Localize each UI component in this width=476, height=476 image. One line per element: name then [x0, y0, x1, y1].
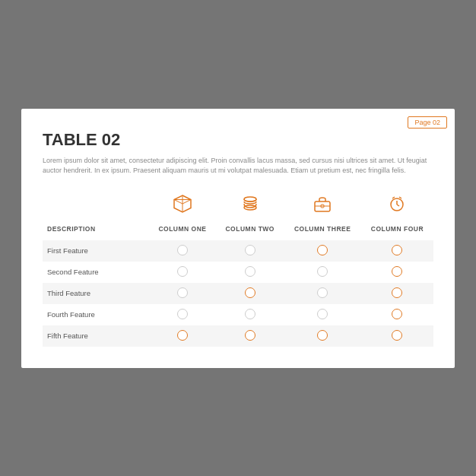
svg-line-12 — [397, 205, 399, 206]
radio-cell[interactable] — [149, 304, 216, 325]
col3-icon-cell — [284, 190, 361, 222]
col2-icon-cell — [216, 190, 284, 222]
table-row: Second Feature — [43, 262, 433, 283]
radio-cell[interactable] — [361, 240, 433, 262]
radio-cell[interactable] — [216, 262, 284, 283]
clock-icon — [386, 193, 408, 214]
header-col1: COLUMN ONE — [149, 222, 216, 240]
table-row: Fifth Feature — [43, 325, 433, 347]
radio-cell[interactable] — [149, 262, 216, 283]
svg-line-4 — [174, 199, 182, 204]
radio-cell[interactable] — [361, 325, 433, 347]
radio-cell[interactable] — [216, 325, 284, 347]
svg-line-14 — [399, 197, 401, 198]
briefcase-icon — [312, 193, 333, 214]
table-title: TABLE 02 — [43, 130, 433, 150]
radio-cell[interactable] — [149, 325, 216, 347]
radio-cell[interactable] — [149, 240, 216, 262]
radio-cell[interactable] — [361, 304, 433, 325]
svg-line-13 — [392, 197, 395, 198]
radio-cell[interactable] — [284, 325, 361, 347]
row-label: Third Feature — [43, 283, 149, 304]
comparison-table: DESCRIPTION COLUMN ONE COLUMN TWO COLUMN… — [43, 190, 433, 347]
row-label: Fifth Feature — [43, 325, 149, 347]
box-icon — [172, 193, 193, 214]
header-col3: COLUMN THREE — [284, 222, 361, 240]
table-row: Third Feature — [43, 283, 433, 304]
radio-cell[interactable] — [284, 240, 361, 262]
row-label: Fourth Feature — [43, 304, 149, 325]
radio-cell[interactable] — [361, 283, 433, 304]
radio-cell[interactable] — [216, 240, 284, 262]
svg-line-3 — [182, 199, 191, 204]
radio-cell[interactable] — [149, 283, 216, 304]
col1-icon-cell — [149, 190, 216, 222]
radio-cell[interactable] — [361, 262, 433, 283]
table-description: Lorem ipsum dolor sit amet, consectetur … — [43, 156, 433, 176]
row-label: Second Feature — [43, 262, 149, 283]
table-row: Fourth Feature — [43, 304, 433, 325]
radio-cell[interactable] — [284, 262, 361, 283]
page-badge: Page 02 — [408, 116, 447, 129]
header-description: DESCRIPTION — [43, 222, 149, 240]
radio-cell[interactable] — [216, 304, 284, 325]
radio-cell[interactable] — [216, 283, 284, 304]
col4-icon-cell — [361, 190, 433, 222]
header-col2: COLUMN TWO — [216, 222, 284, 240]
radio-cell[interactable] — [284, 304, 361, 325]
database-icon — [240, 193, 261, 214]
table-row: First Feature — [43, 240, 433, 262]
comparison-card: Page 02 TABLE 02 Lorem ipsum dolor sit a… — [21, 109, 455, 368]
header-col4: COLUMN FOUR — [361, 222, 433, 240]
row-label: First Feature — [43, 240, 149, 262]
desc-header-empty — [43, 190, 149, 222]
radio-cell[interactable] — [284, 283, 361, 304]
